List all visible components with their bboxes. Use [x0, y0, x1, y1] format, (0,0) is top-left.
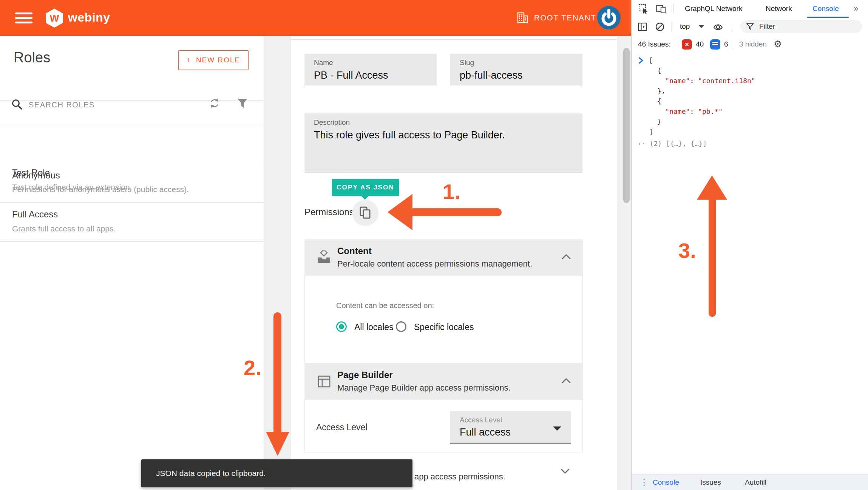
kebab-menu-icon[interactable]: ⋮	[640, 478, 648, 487]
chevron-down-icon[interactable]	[560, 468, 570, 474]
search-input[interactable]	[28, 96, 173, 113]
annotation-step-3: 3.	[678, 238, 696, 263]
description-field-label: Description	[314, 118, 350, 127]
tab-console[interactable]: Console	[812, 5, 839, 13]
annotation-arrow-2	[263, 310, 292, 458]
tooltip-pointer	[361, 196, 368, 203]
live-expression-eye-icon[interactable]	[713, 22, 723, 32]
console-toolbar: top	[632, 18, 868, 36]
tab-network[interactable]: Network	[766, 5, 792, 13]
new-role-label: NEW ROLE	[196, 56, 240, 64]
role-item-anonymous[interactable]: Anonymous Permissions for anonymous user…	[0, 164, 264, 202]
devtools-tab-bar: GraphQL Network Network Console »	[632, 0, 868, 18]
inspect-element-icon[interactable]	[638, 4, 649, 14]
tenant-label: ROOT TENANT	[534, 14, 596, 22]
access-level-select-value: Full access	[460, 426, 511, 438]
next-section-description-fragment: app access permissions.	[414, 472, 505, 482]
radio-specific-locales[interactable]	[396, 321, 406, 332]
access-level-select[interactable]: Access Level Full access	[450, 411, 571, 444]
dropdown-caret-icon	[699, 25, 704, 28]
radio-all-locales[interactable]	[336, 321, 347, 332]
app-header: W webiny ROOT TENANT	[0, 0, 631, 36]
access-level-select-label: Access Level	[460, 416, 502, 424]
menu-icon[interactable]	[15, 12, 32, 24]
more-tabs-icon[interactable]: »	[854, 4, 858, 14]
slug-field-value: pb-full-access	[460, 70, 523, 81]
access-level-label: Access Level	[316, 422, 368, 433]
webiny-logo-text: webiny	[68, 11, 110, 25]
scrollbar-thumb[interactable]	[623, 48, 630, 203]
building-icon	[516, 11, 529, 24]
page-builder-section-description: Manage Page Builder app access permissio…	[337, 383, 511, 393]
drawer-tab-autofill[interactable]: Autofill	[745, 478, 766, 487]
plus-icon: +	[187, 56, 192, 64]
user-avatar[interactable]	[597, 6, 621, 30]
role-description: Permissions for anonymous users (public …	[12, 185, 189, 194]
permissions-label: Permissions	[304, 207, 354, 217]
toast-notification: JSON data copied to clipboard.	[141, 459, 412, 487]
error-count: 40	[696, 40, 704, 48]
name-field-label: Name	[314, 59, 333, 67]
hidden-messages-link[interactable]: 3 hidden	[739, 40, 767, 48]
name-field[interactable]: Name PB - Full Access	[304, 54, 437, 86]
separator	[672, 22, 672, 31]
separator	[673, 4, 673, 14]
drawer-tab-console[interactable]: Console	[653, 478, 679, 487]
devtools-drawer-bar: ⋮ Console Issues Autofill	[632, 474, 868, 490]
device-toolbar-icon[interactable]	[656, 4, 666, 14]
message-badge-icon[interactable]	[710, 39, 720, 50]
role-name: Full Access	[12, 209, 58, 220]
annotation-step-1: 1.	[443, 179, 460, 204]
new-role-button[interactable]: + NEW ROLE	[178, 50, 249, 70]
result-preview: (2) [{…}, {…}]	[650, 140, 707, 147]
refresh-icon[interactable]	[209, 97, 221, 109]
return-value-icon: ‹·	[638, 140, 646, 147]
radio-all-locales-label[interactable]: All locales	[354, 322, 394, 332]
divider	[291, 39, 617, 40]
copy-icon	[359, 206, 371, 220]
clear-console-icon[interactable]	[655, 22, 665, 32]
filter-input[interactable]	[758, 22, 851, 31]
slug-field-label: Slug	[460, 59, 474, 67]
power-avatar-icon	[597, 6, 621, 30]
radio-specific-locales-label[interactable]: Specific locales	[414, 322, 474, 332]
devtools-panel: GraphQL Network Network Console » top	[631, 0, 868, 490]
annotation-step-2: 2.	[244, 355, 261, 380]
content-section-description: Per-locale content access permissions ma…	[337, 259, 532, 269]
context-selector[interactable]: top	[680, 22, 690, 31]
role-name: Anonymous	[12, 170, 60, 181]
chevron-up-icon	[561, 378, 571, 384]
content-section-title: Content	[337, 246, 372, 256]
description-field-value: This role gives full access to Page Buil…	[314, 129, 505, 141]
issues-bar: 46 Issues: ✕ 40 6 3 hidden ⚙	[632, 36, 868, 54]
funnel-icon	[746, 23, 754, 30]
slug-field[interactable]: Slug pb-full-access	[450, 54, 582, 86]
toast-message: JSON data copied to clipboard.	[156, 469, 266, 478]
webiny-admin-with-devtools: W webiny ROOT TENANT	[0, 0, 868, 490]
role-item-full-access[interactable]: Full Access Grants full access to all ap…	[0, 202, 264, 241]
dock-sidebar-icon[interactable]	[638, 22, 647, 32]
drawer-tab-issues[interactable]: Issues	[700, 478, 721, 487]
filter-icon[interactable]	[236, 98, 249, 109]
dropdown-caret-icon	[553, 426, 561, 431]
console-filter-box[interactable]	[740, 20, 862, 33]
error-badge-icon[interactable]: ✕	[682, 39, 692, 50]
role-description: Grants full access to all apps.	[12, 224, 116, 233]
console-settings-gear-icon[interactable]: ⚙	[774, 39, 782, 50]
name-field-value: PB - Full Access	[314, 70, 388, 81]
description-field[interactable]: Description This role gives full access …	[304, 113, 582, 172]
tab-graphql-network[interactable]: GraphQL Network	[685, 5, 742, 13]
console-logged-json: [ { "name": "content.i18n" }, { "name": …	[649, 55, 755, 137]
copy-permissions-button[interactable]	[352, 200, 378, 226]
tenant-selector[interactable]: ROOT TENANT	[516, 11, 596, 24]
content-section-body	[304, 276, 583, 363]
search-icon	[11, 99, 23, 110]
separator	[733, 39, 733, 49]
console-result-line: ‹·(2) [{…}, {…}]	[638, 140, 707, 147]
page-builder-section-header[interactable]: Page Builder Manage Page Builder app acc…	[304, 363, 583, 400]
message-count: 6	[724, 40, 728, 48]
content-section-header[interactable]: Content Per-locale content access permis…	[304, 239, 583, 276]
console-log-area: [ { "name": "content.i18n" }, { "name": …	[632, 53, 868, 474]
expand-chevron-icon[interactable]	[638, 57, 644, 64]
issues-count-link[interactable]: 46 Issues:	[638, 40, 671, 48]
